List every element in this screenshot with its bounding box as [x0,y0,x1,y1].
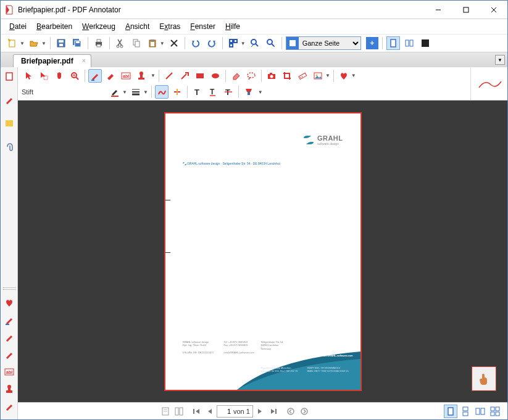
page-layout-btn2[interactable] [173,405,185,418]
redo-button[interactable] [205,36,219,50]
tool-measure[interactable] [296,69,309,83]
nav-next[interactable] [254,405,266,418]
strip-pen-blue-icon[interactable] [2,313,16,327]
svg-rect-93 [491,412,494,416]
pen-style-free[interactable] [155,85,169,99]
strip-pen-icon[interactable] [2,93,16,107]
touch-mode-button[interactable] [472,366,496,391]
tool-favorite[interactable]: ▼ [337,69,356,83]
view-continuous[interactable] [459,405,472,418]
tool-hand[interactable] [52,69,66,83]
nav-last[interactable] [267,405,280,418]
menu-fenster[interactable]: Fenster [186,21,219,32]
strip-attach-icon[interactable] [2,140,16,154]
tool-ellipse[interactable] [209,69,222,83]
nav-prev[interactable] [204,405,216,418]
svg-rect-29 [391,39,396,47]
tool-options-bar: abl ▼ ▼ ▼ [18,67,507,101]
layout-single-button[interactable] [386,36,400,50]
page-number-input[interactable] [217,408,232,415]
tool-textbox[interactable]: abl [119,69,133,83]
open-button[interactable]: ▼ [27,36,46,50]
tool-highlighter[interactable] [104,69,117,83]
file-tab[interactable]: Briefpapier.pdf × [13,54,91,67]
minimize-button[interactable] [424,1,452,19]
tab-menu-button[interactable]: ▼ [495,55,505,65]
svg-rect-81 [180,408,183,415]
pen-text-t[interactable]: T [191,85,204,99]
search-next-button[interactable] [264,36,278,50]
layout-double-button[interactable] [402,36,416,50]
new-button[interactable]: ▼ [6,36,25,50]
strip-abi-icon[interactable]: abl [2,365,16,379]
add-page-button[interactable]: + [366,37,378,49]
view-twopage[interactable] [473,405,487,418]
zoom-dropdown[interactable]: Ganze Seite [299,37,360,49]
nav-forward[interactable] [298,405,310,418]
tool-line[interactable] [162,69,176,83]
pen-text-underline[interactable]: T [206,85,220,99]
strip-page-icon[interactable] [2,70,16,83]
tool-camera[interactable] [265,69,278,83]
delete-button[interactable] [167,36,181,50]
paste-button[interactable]: ▼ [146,36,165,50]
tool-stamp[interactable] [135,69,148,83]
close-button[interactable] [480,1,507,19]
tool-arrow[interactable] [178,69,191,83]
menu-bearbeiten[interactable]: Bearbeiten [33,21,76,32]
strip-pen3-icon[interactable] [2,348,16,361]
menu-ansicht[interactable]: Ansicht [122,21,153,32]
menu-datei[interactable]: Datei [6,21,30,32]
svg-rect-80 [175,408,178,415]
menu-hilfe[interactable]: Hilfe [222,21,244,32]
strip-stamp-icon[interactable] [2,382,16,396]
pen-pressure[interactable] [242,85,256,99]
tool-zoom[interactable] [68,69,81,83]
strip-heart-icon[interactable] [2,296,16,310]
tool-pen[interactable] [88,69,102,83]
pen-text-strike[interactable]: T [222,85,235,99]
pen-style-line[interactable] [170,85,184,99]
menu-extras[interactable]: Extras [156,21,184,32]
search-prev-button[interactable] [248,36,262,50]
menu-werkzeug[interactable]: Werkzeug [78,21,119,32]
cut-button[interactable] [114,36,127,50]
view-single[interactable] [444,405,457,418]
tool-select[interactable] [37,69,51,83]
tab-close-icon[interactable]: × [82,57,86,64]
svg-rect-94 [496,412,499,416]
pen-width[interactable]: ▼ [129,85,148,99]
fold-mark-2 [165,252,170,253]
copy-button[interactable] [130,36,143,50]
search-button[interactable]: ▼ [227,36,246,50]
titlebar: Briefpapier.pdf - PDF Annotator [1,1,507,19]
undo-button[interactable] [189,36,202,50]
strip-pen4-icon[interactable] [2,400,16,413]
tool-eraser[interactable] [229,69,243,83]
strip-divider [3,287,15,290]
view-twopage-cont[interactable] [488,405,502,418]
pen-color[interactable]: ▼ [108,85,127,99]
tool-crop[interactable] [280,69,294,83]
print-button[interactable] [92,36,106,50]
strip-note-icon[interactable] [2,117,16,130]
zoom-select[interactable]: Ganze Seite [286,36,361,50]
tool-lasso-erase[interactable] [244,69,258,83]
maximize-button[interactable] [452,1,480,19]
tool-cursor[interactable] [22,69,35,83]
svg-rect-33 [6,73,12,80]
nav-back[interactable] [285,405,297,418]
pen-pressure-drop[interactable]: ▼ [257,89,263,95]
tool-image[interactable]: ▼ [311,69,330,83]
svg-rect-46 [91,80,94,81]
tool-rect[interactable] [193,69,207,83]
nav-first[interactable] [190,405,202,418]
strip-pen2-icon[interactable] [2,331,16,344]
save-button[interactable] [54,36,68,50]
document-page[interactable]: GRAHL software design GRAHL software des… [164,112,362,391]
page-number-box: von 1 [217,405,253,418]
fullscreen-button[interactable] [418,36,432,50]
page-layout-btn1[interactable] [159,405,172,418]
save-all-button[interactable] [70,36,84,50]
tool-stamp-drop[interactable]: ▼ [150,73,156,78]
